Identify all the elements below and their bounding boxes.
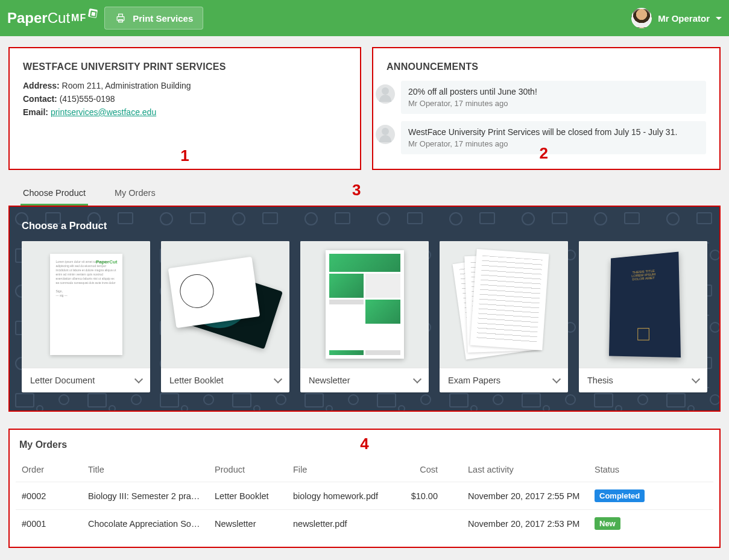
product-card-newsletter[interactable]: Newsletter	[300, 241, 429, 392]
avatar	[631, 8, 652, 28]
cell-order: #0001	[16, 510, 82, 538]
user-name: Mr Operator	[658, 13, 710, 24]
table-row[interactable]: #0001Chocolate Appreciation So…Newslette…	[16, 510, 713, 538]
product-label: Letter Booklet	[169, 376, 223, 385]
print-services-button[interactable]: Print Services	[104, 7, 203, 30]
cell-cost: $10.00	[402, 482, 462, 510]
col-status: Status	[589, 458, 713, 482]
info-title: WESTFACE UNIVERSITY PRINT SERVICES	[23, 61, 347, 72]
user-menu[interactable]: Mr Operator	[631, 8, 722, 28]
cell-file: biology homework.pdf	[287, 482, 402, 510]
product-card-letter-document[interactable]: PaperCutLorem ipsum dolor sit amet conse…	[22, 241, 150, 392]
svg-rect-1	[119, 14, 123, 16]
product-area: Choose a Product PaperCutLorem ipsum dol…	[8, 206, 721, 412]
product-thumb	[161, 241, 289, 368]
info-email: Email: printservices@westface.edu	[23, 107, 347, 117]
col-file: File	[287, 458, 402, 482]
announcements-panel: ANNOUNCEMENTS 20% off all posters until …	[372, 47, 721, 170]
announcement-meta: Mr Operator, 17 minutes ago	[408, 99, 537, 108]
table-row[interactable]: #0002Biology III: Semester 2 pra…Letter …	[16, 482, 713, 510]
cell-last-activity: November 20, 2017 2:53 PM	[462, 510, 589, 538]
col-last-activity: Last activity	[462, 458, 589, 482]
cell-status: New	[589, 510, 713, 538]
print-services-label: Print Services	[133, 13, 193, 24]
info-address: Address: Room 211, Administration Buildi…	[23, 81, 347, 90]
product-thumb	[440, 241, 568, 368]
product-thumb: THESIS TITLELOREM IPSUMDOLOR AMET	[579, 241, 707, 368]
cell-product: Newsletter	[209, 510, 287, 538]
chevron-down-icon	[274, 375, 282, 383]
tabs: Choose Product My Orders 3	[8, 183, 721, 206]
col-cost: Cost	[402, 458, 462, 482]
cell-order: #0002	[16, 482, 82, 510]
hotspot-2: 2	[540, 144, 548, 163]
product-label: Letter Document	[30, 376, 95, 385]
cell-title: Biology III: Semester 2 pra…	[82, 482, 209, 510]
chevron-down-icon	[692, 375, 700, 383]
cell-product: Letter Booklet	[209, 482, 287, 510]
printer-icon	[115, 12, 127, 24]
hotspot-3: 3	[352, 181, 361, 200]
tab-my-orders[interactable]: My Orders	[112, 183, 158, 206]
tab-choose-product[interactable]: Choose Product	[21, 183, 88, 206]
product-card-letter-booklet[interactable]: Letter Booklet	[161, 241, 289, 392]
info-email-link[interactable]: printservices@westface.edu	[51, 107, 156, 117]
announcement-text: WestFace University Print Services will …	[408, 127, 677, 137]
announcement-text: 20% off all posters until June 30th!	[408, 87, 537, 96]
hotspot-4: 4	[360, 435, 368, 453]
avatar-icon	[376, 84, 395, 104]
chevron-down-icon	[552, 375, 561, 383]
cell-status: Completed	[589, 482, 713, 510]
status-badge: Completed	[595, 489, 645, 502]
app-logo[interactable]: PaperCutMF	[7, 10, 97, 27]
logo-mark-icon	[88, 8, 98, 18]
chevron-down-icon	[134, 375, 143, 383]
product-thumb: PaperCutLorem ipsum dolor sit amet conse…	[22, 241, 150, 368]
announcement-item[interactable]: 20% off all posters until June 30th! Mr …	[401, 81, 706, 114]
cell-file: newsletter.pdf	[287, 510, 402, 538]
svg-rect-0	[117, 17, 124, 21]
product-card-thesis[interactable]: THESIS TITLELOREM IPSUMDOLOR AMET Thesis	[579, 241, 707, 392]
orders-panel: 4 My Orders Order Title Product File Cos…	[8, 429, 721, 548]
status-badge: New	[595, 517, 620, 530]
hotspot-1: 1	[180, 146, 189, 165]
product-card-exam-papers[interactable]: Exam Papers	[440, 241, 568, 392]
avatar-icon	[376, 125, 395, 144]
product-area-title: Choose a Product	[22, 220, 707, 231]
announcements-title: ANNOUNCEMENTS	[387, 61, 706, 72]
info-panel: WESTFACE UNIVERSITY PRINT SERVICES Addre…	[8, 47, 361, 170]
top-bar: PaperCutMF Print Services Mr Operator	[0, 0, 729, 36]
chevron-down-icon	[716, 17, 722, 20]
cell-cost	[402, 510, 462, 538]
orders-table: Order Title Product File Cost Last activ…	[16, 458, 713, 537]
cell-last-activity: November 20, 2017 2:55 PM	[462, 482, 589, 510]
chevron-down-icon	[413, 375, 421, 383]
product-label: Thesis	[587, 376, 613, 385]
info-contact: Contact: (415)555-0198	[23, 94, 347, 104]
col-order: Order	[16, 458, 82, 482]
product-label: Exam Papers	[448, 376, 500, 385]
product-thumb	[300, 241, 429, 368]
announcement-item[interactable]: WestFace University Print Services will …	[401, 121, 706, 154]
product-label: Newsletter	[309, 376, 350, 385]
col-product: Product	[209, 458, 287, 482]
col-title: Title	[82, 458, 209, 482]
cell-title: Chocolate Appreciation So…	[82, 510, 209, 538]
